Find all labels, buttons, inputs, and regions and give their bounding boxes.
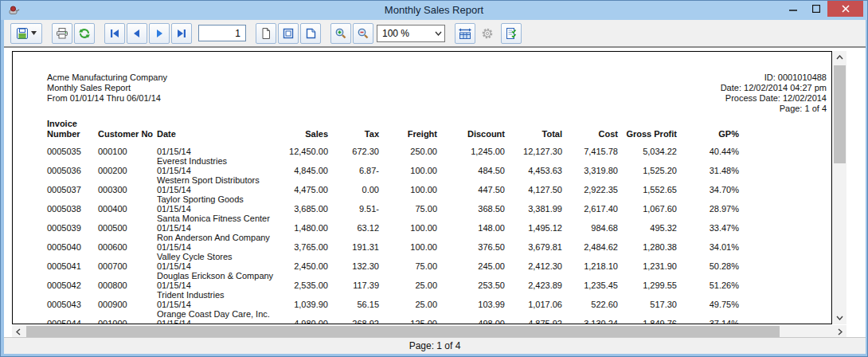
col-date: Date bbox=[157, 129, 260, 139]
first-page-icon bbox=[108, 27, 121, 40]
table-row: 0005044 001000 01/15/14 4,980.00 268.92 … bbox=[13, 319, 831, 324]
export-checklist-icon bbox=[505, 27, 518, 40]
invoice-number-cell: 0005042 bbox=[47, 280, 95, 290]
export-button[interactable] bbox=[501, 23, 522, 44]
report-page: Acme Manufacturing Company Monthly Sales… bbox=[12, 51, 832, 324]
chevron-down-icon bbox=[836, 316, 843, 320]
report-title: Monthly Sales Report bbox=[47, 83, 167, 93]
freight-cell: 125.00 bbox=[362, 319, 437, 324]
table-row: 0005035 000100 01/15/14 Everest Industri… bbox=[13, 147, 831, 166]
page-width-icon bbox=[282, 27, 295, 40]
full-page-view-button[interactable] bbox=[300, 23, 321, 44]
report-id: ID: 0001010488 bbox=[721, 73, 827, 83]
table-row: 0005043 000900 01/15/14 Orange Coast Day… bbox=[13, 300, 831, 319]
gp-percent-cell: 34.01% bbox=[663, 242, 739, 252]
next-page-icon bbox=[153, 27, 166, 40]
app-window: Monthly Sales Report bbox=[0, 0, 868, 357]
table-row: 0005036 000200 01/15/14 Western Sport Di… bbox=[13, 166, 831, 185]
save-icon bbox=[16, 27, 29, 40]
last-page-icon bbox=[175, 27, 188, 40]
refresh-button[interactable] bbox=[74, 23, 95, 44]
gp-percent-cell: 34.70% bbox=[663, 185, 739, 194]
col-invoice-line1: Invoice bbox=[47, 119, 95, 128]
invoice-number-cell: 0005039 bbox=[47, 223, 95, 233]
fit-to-width-button[interactable] bbox=[455, 23, 475, 44]
fit-to-width-icon bbox=[458, 27, 472, 40]
freight-cell: 75.00 bbox=[362, 261, 437, 271]
scroll-up-button[interactable] bbox=[833, 51, 846, 64]
print-button[interactable] bbox=[52, 23, 72, 44]
freight-cell: 75.00 bbox=[362, 204, 437, 214]
customer-name-cell: Taylor Sporting Goods bbox=[157, 194, 428, 204]
titlebar[interactable]: Monthly Sales Report bbox=[1, 1, 867, 20]
settings-button bbox=[477, 23, 498, 44]
close-button[interactable] bbox=[827, 1, 863, 17]
customer-name-cell: Everest Industries bbox=[157, 156, 428, 166]
col-gp-percent: GP% bbox=[663, 129, 739, 139]
gp-percent-cell: 31.48% bbox=[663, 166, 739, 175]
minimize-icon bbox=[789, 5, 797, 13]
invoice-number-cell: 0005044 bbox=[47, 319, 95, 324]
gp-percent-cell: 51.26% bbox=[663, 280, 739, 290]
page-number-input[interactable] bbox=[198, 25, 246, 41]
customer-no-cell: 000300 bbox=[98, 185, 152, 194]
customer-name-cell: Ron Anderson And Company bbox=[157, 233, 428, 242]
zoom-level-select[interactable]: 100 % bbox=[377, 25, 445, 42]
last-page-button[interactable] bbox=[171, 23, 192, 44]
first-page-button[interactable] bbox=[104, 23, 125, 44]
report-preview-pane: Acme Manufacturing Company Monthly Sales… bbox=[4, 47, 866, 337]
gear-icon bbox=[481, 27, 494, 40]
scroll-left-button[interactable] bbox=[12, 325, 25, 338]
vertical-scrollbar-thumb[interactable] bbox=[834, 65, 846, 163]
customer-name-cell: Valley Cycle Stores bbox=[157, 252, 428, 261]
customer-name-cell: Douglas Erickson & Company bbox=[157, 271, 428, 280]
save-button[interactable] bbox=[10, 23, 42, 44]
horizontal-scrollbar-thumb[interactable] bbox=[26, 326, 780, 337]
table-header: Invoice Number Customer No Date Sales Ta… bbox=[13, 119, 831, 143]
next-page-button[interactable] bbox=[149, 23, 170, 44]
printer-icon bbox=[56, 27, 68, 40]
report-header: Acme Manufacturing Company Monthly Sales… bbox=[47, 73, 167, 104]
date-cell: 01/15/14 bbox=[157, 319, 260, 324]
chevron-left-icon bbox=[16, 328, 21, 335]
report-meta: ID: 0001010488 Date: 12/02/2014 04:27 pm… bbox=[721, 73, 827, 114]
date-cell: 01/15/14 bbox=[157, 300, 260, 309]
table-row: 0005040 000600 01/15/14 Valley Cycle Sto… bbox=[13, 242, 831, 261]
minimize-button[interactable] bbox=[781, 1, 804, 17]
scroll-down-button[interactable] bbox=[833, 312, 846, 324]
gp-percent-cell: 37.14% bbox=[663, 319, 739, 324]
table-row: 0005039 000500 01/15/14 Ron Anderson And… bbox=[13, 223, 831, 242]
date-cell: 01/15/14 bbox=[157, 242, 260, 252]
previous-page-icon bbox=[131, 27, 143, 40]
report-date-range: From 01/01/14 Thru 06/01/14 bbox=[47, 93, 167, 104]
report-process-date: Process Date: 12/02/2014 bbox=[721, 93, 827, 104]
page-width-view-button[interactable] bbox=[278, 23, 299, 44]
status-page-text: Page: 1 of 4 bbox=[409, 340, 461, 351]
freight-cell: 250.00 bbox=[362, 147, 437, 156]
report-date: Date: 12/02/2014 04:27 pm bbox=[721, 83, 827, 93]
single-page-view-button[interactable] bbox=[256, 23, 276, 44]
scroll-right-button[interactable] bbox=[834, 325, 846, 338]
freight-cell: 25.00 bbox=[362, 300, 437, 309]
date-cell: 01/15/14 bbox=[157, 204, 260, 214]
customer-no-cell: 000700 bbox=[98, 261, 152, 271]
table-row: 0005038 000400 01/15/14 Santa Monica Fit… bbox=[13, 204, 831, 223]
company-name: Acme Manufacturing Company bbox=[47, 73, 167, 83]
gp-percent-cell: 49.75% bbox=[663, 300, 739, 309]
previous-page-button[interactable] bbox=[127, 23, 147, 44]
vertical-scrollbar[interactable] bbox=[833, 51, 846, 324]
close-icon bbox=[842, 5, 850, 13]
customer-no-cell: 000500 bbox=[98, 223, 152, 233]
maximize-button[interactable] bbox=[804, 1, 827, 17]
horizontal-scrollbar[interactable] bbox=[12, 325, 846, 338]
zoom-out-button[interactable] bbox=[353, 23, 373, 44]
customer-name-cell: Orange Coast Day Care, Inc. bbox=[157, 309, 428, 319]
gp-percent-cell: 40.44% bbox=[663, 147, 739, 156]
save-dropdown-icon bbox=[31, 31, 37, 35]
status-bar: Page: 1 of 4 bbox=[4, 337, 866, 354]
zoom-in-button[interactable] bbox=[330, 23, 351, 44]
invoice-number-cell: 0005040 bbox=[47, 242, 95, 252]
customer-no-cell: 000100 bbox=[98, 147, 152, 156]
freight-cell: 100.00 bbox=[362, 242, 437, 252]
gp-percent-cell: 33.47% bbox=[663, 223, 739, 233]
